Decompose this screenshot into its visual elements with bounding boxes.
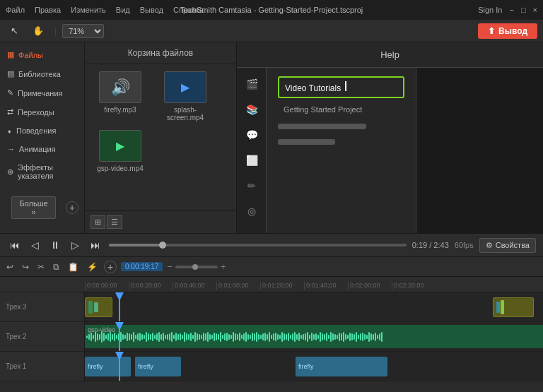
undo-button[interactable]: ↩ bbox=[4, 261, 16, 273]
help-placeholder-2 bbox=[278, 139, 335, 145]
timeline-ruler: 0:00:00;00 0:00:20;00 0:00:40;00 0:01:00… bbox=[0, 277, 543, 292]
file-thumb-video1: ▶ bbox=[164, 71, 206, 103]
list-view-button[interactable]: ☰ bbox=[107, 215, 122, 229]
timeline-toolbar: ↩ ↪ ✂ ⧉ 📋 ⚡ + 0:00:19:17 − + bbox=[0, 257, 543, 277]
clip-track1-1[interactable]: firefly bbox=[85, 357, 131, 376]
grid-view-button[interactable]: ⊞ bbox=[90, 215, 105, 229]
clip-track3-1[interactable] bbox=[85, 297, 112, 317]
restore-button[interactable]: □ bbox=[521, 6, 526, 14]
playback-slider[interactable] bbox=[109, 244, 407, 247]
zoom-slider[interactable]: − + bbox=[167, 261, 226, 272]
waveform-bar bbox=[220, 332, 221, 342]
help-nav-icon-book[interactable]: 📚 bbox=[237, 97, 267, 121]
waveform-bar bbox=[207, 332, 209, 342]
menu-modify[interactable]: Изменить bbox=[71, 6, 106, 14]
file-name-audio: firefly.mp3 bbox=[104, 106, 136, 114]
copy-button[interactable]: ⧉ bbox=[51, 261, 62, 273]
effects-icon: ⊛ bbox=[7, 167, 13, 177]
rewind-button[interactable]: ⏮ bbox=[7, 238, 23, 252]
play-pause-button[interactable]: ⏸ bbox=[47, 238, 63, 252]
help-nav-icon-chat[interactable]: 💬 bbox=[237, 123, 267, 147]
waveform-bar bbox=[203, 333, 204, 341]
add-item-button[interactable]: + bbox=[66, 201, 78, 214]
add-track-button[interactable]: + bbox=[104, 261, 117, 273]
waveform-bar bbox=[230, 335, 232, 339]
zoom-level-select[interactable]: 71% 50% 100% bbox=[62, 24, 104, 38]
file-item-video2[interactable]: ▶ gsp-video.mp4 bbox=[92, 130, 148, 172]
video-icon: ▶ bbox=[181, 81, 189, 94]
redo-button[interactable]: ↪ bbox=[20, 261, 31, 273]
files-icon: ▦ bbox=[7, 50, 14, 59]
file-thumb-audio: 🔊 bbox=[99, 71, 141, 103]
sidebar-item-files[interactable]: ▦ Файлы bbox=[0, 45, 84, 64]
zoom-plus-icon[interactable]: + bbox=[221, 261, 226, 272]
back-frame-button[interactable]: ◁ bbox=[28, 238, 42, 252]
hand-tool-button[interactable]: ✋ bbox=[28, 23, 49, 38]
track-content-1[interactable]: firefly firefly firefly bbox=[85, 352, 543, 381]
waveform-bar bbox=[177, 334, 179, 340]
select-tool-button[interactable]: ↖ bbox=[6, 23, 23, 38]
sidebar-item-animations[interactable]: → Анимация bbox=[0, 140, 84, 158]
waveform-bar bbox=[112, 334, 113, 340]
cursor-indicator bbox=[345, 81, 352, 91]
waveform-bar bbox=[160, 334, 162, 340]
split-button[interactable]: ⚡ bbox=[85, 261, 100, 273]
clip-track1-3[interactable]: firefly bbox=[296, 357, 387, 376]
sidebar-item-transitions[interactable]: ⇄ Переходы bbox=[0, 102, 84, 121]
waveform-clip[interactable]: gsp-video bbox=[85, 325, 543, 348]
filebin-footer: ⊞ ☰ bbox=[85, 210, 236, 233]
cut-button[interactable]: ✂ bbox=[35, 261, 47, 273]
export-button[interactable]: ⬆ Вывод bbox=[478, 23, 537, 39]
waveform-bar bbox=[86, 335, 88, 338]
help-nav-icon-film[interactable]: 🎬 bbox=[237, 72, 267, 96]
waveform-bar bbox=[180, 333, 181, 340]
time-marker: 0:00:19:17 bbox=[121, 262, 163, 271]
minimize-button[interactable]: − bbox=[509, 6, 513, 14]
waveform-bar bbox=[377, 335, 378, 339]
menu-view[interactable]: Вид bbox=[116, 6, 130, 14]
help-nav-icon-grid[interactable]: ⬜ bbox=[237, 148, 267, 172]
track-content-2[interactable]: gsp-video bbox=[85, 322, 543, 351]
zoom-minus-icon[interactable]: − bbox=[167, 261, 173, 272]
waveform-bar bbox=[349, 333, 351, 341]
waveform-bar bbox=[262, 333, 264, 340]
menu-output[interactable]: Вывод bbox=[140, 6, 163, 14]
help-nav-icon-pencil[interactable]: ✏ bbox=[237, 174, 267, 198]
clip-track3-2[interactable] bbox=[493, 297, 534, 317]
track-label-3: Трек 3 bbox=[0, 292, 85, 321]
sidebar-item-notes[interactable]: ✎ Примечания bbox=[0, 83, 84, 102]
sidebar-item-behaviors[interactable]: ⬧ Поведения bbox=[0, 121, 84, 140]
sign-in-button[interactable]: Sign In bbox=[478, 6, 502, 14]
track-content-3[interactable] bbox=[85, 292, 543, 321]
menu-file[interactable]: Файл bbox=[6, 6, 25, 14]
fwd-frame-button[interactable]: ▷ bbox=[69, 238, 82, 252]
sidebar-item-effects[interactable]: ⊛ Эффекты указателя bbox=[0, 158, 84, 185]
waveform-bar bbox=[345, 334, 346, 340]
waveform-bar bbox=[127, 333, 128, 341]
help-item-getting-started[interactable]: Getting Started Project bbox=[278, 102, 404, 117]
menu-edit[interactable]: Правка bbox=[35, 6, 61, 14]
grid-icon: ⬜ bbox=[246, 155, 258, 166]
waveform-bar bbox=[192, 335, 194, 339]
waveform-bar bbox=[226, 333, 228, 341]
track-label-1: Трек 1 bbox=[0, 352, 85, 381]
clip-track1-2[interactable]: firefly bbox=[135, 357, 181, 376]
file-item-video1[interactable]: ▶ splash-screen.mp4 bbox=[157, 71, 214, 121]
paste-button[interactable]: 📋 bbox=[66, 261, 81, 273]
properties-button[interactable]: ⚙ Свойства bbox=[479, 238, 536, 253]
sidebar-item-library[interactable]: ▤ Библиотека bbox=[0, 64, 84, 83]
animations-icon: → bbox=[7, 145, 15, 153]
forward-button[interactable]: ⏭ bbox=[88, 238, 103, 252]
clip-label-3: firefly bbox=[298, 363, 314, 370]
waveform-bar bbox=[337, 335, 338, 339]
help-placeholder-1 bbox=[278, 124, 366, 129]
more-button[interactable]: Больше » bbox=[11, 196, 56, 219]
playback-bar: ⏮ ◁ ⏸ ▷ ⏭ 0:19 / 2:43 60fps ⚙ Свойства bbox=[0, 233, 543, 257]
file-item-audio[interactable]: 🔊 firefly.mp3 bbox=[92, 71, 148, 121]
help-item-video-tutorials[interactable]: Video Tutorials bbox=[278, 76, 404, 98]
help-nav-icon-target[interactable]: ◎ bbox=[237, 199, 267, 223]
waveform-bar bbox=[199, 334, 200, 340]
close-button[interactable]: × bbox=[533, 6, 537, 14]
waveform-bar bbox=[103, 333, 105, 341]
waveform-bar bbox=[356, 332, 357, 342]
